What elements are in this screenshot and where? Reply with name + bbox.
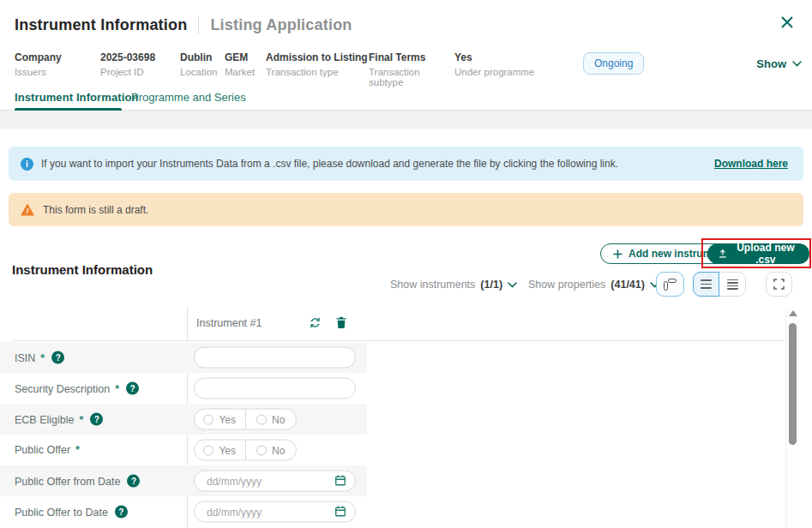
required-marker: * <box>75 444 80 456</box>
radio-icon <box>203 445 214 455</box>
modal-header: Instrument Information Listing Applicati… <box>15 16 352 34</box>
vertical-scrollbar[interactable] <box>785 307 798 528</box>
help-icon[interactable]: ? <box>90 413 103 426</box>
chevron-down-icon <box>508 282 517 288</box>
calendar-icon[interactable] <box>334 475 346 487</box>
security-description-cell <box>194 378 356 399</box>
meta-issuers: Company Issuers <box>15 51 100 77</box>
row-label-isin: ISIN * ? <box>15 351 64 364</box>
meta-value: 2025-03698 <box>100 51 180 63</box>
ecb-eligible-yes-option[interactable]: Yes <box>195 410 245 429</box>
isin-input[interactable] <box>194 347 356 369</box>
meta-project-id: 2025-03698 Project ID <box>100 51 180 77</box>
meta-label: Location <box>180 67 225 77</box>
plus-icon <box>613 249 623 259</box>
tab-programme-and-series[interactable]: Programme and Series <box>131 91 246 104</box>
show-properties-dropdown[interactable]: Show properties (41/41) <box>528 279 659 291</box>
field-label: Public Offer to Date <box>15 506 108 518</box>
info-banner-text: If you want to import your Instruments D… <box>41 158 618 170</box>
info-icon: i <box>21 158 33 171</box>
help-icon[interactable]: ? <box>115 506 128 519</box>
warning-banner-text: This form is still a draft. <box>43 204 148 216</box>
public-offer-from-date-input[interactable] <box>194 471 356 492</box>
row-label-public-offer: Public Offer * <box>15 444 80 456</box>
reset-instrument-icon[interactable] <box>309 316 322 330</box>
table-header-border <box>12 340 785 341</box>
radio-icon <box>203 414 214 424</box>
help-icon[interactable]: ? <box>127 475 140 488</box>
table-row: Security Description * ? <box>0 373 367 404</box>
help-icon[interactable]: ? <box>126 382 139 395</box>
show-dropdown-label: Show <box>756 57 786 70</box>
meta-value: Dublin <box>180 51 225 63</box>
public-offer-to-date-cell <box>194 501 356 523</box>
meta-label: Under programme <box>454 67 549 77</box>
isin-cell <box>194 347 356 369</box>
close-icon[interactable] <box>779 14 796 31</box>
meta-label: Transaction type <box>266 67 369 77</box>
show-instruments-count: (1/1) <box>480 279 502 291</box>
public-offer-cell: Yes No <box>194 440 297 461</box>
help-icon[interactable]: ? <box>51 351 64 364</box>
table-row: ECB Eligible * ? Yes No <box>0 404 367 435</box>
upload-icon <box>719 249 727 259</box>
annotation-highlight-box: Upload new .csv <box>701 238 811 268</box>
tab-instrument-information[interactable]: Instrument Information <box>15 91 138 104</box>
meta-value: Final Terms <box>369 51 454 63</box>
no-option-label: No <box>272 413 285 425</box>
meta-transaction-type: Admission to Listing Transaction type <box>266 51 369 77</box>
show-instruments-label: Show instruments <box>390 279 475 291</box>
page-subtitle: Listing Application <box>210 16 352 34</box>
warning-icon: ! <box>21 204 34 216</box>
ecb-eligible-toggle: Yes No <box>194 409 297 430</box>
table-row: ISIN * ? <box>0 342 367 373</box>
fullscreen-button[interactable] <box>766 272 792 297</box>
density-toggle-group <box>693 272 746 297</box>
required-marker: * <box>40 351 45 363</box>
table-row: Public Offer * Yes No <box>0 435 367 465</box>
public-offer-yes-option[interactable]: Yes <box>195 441 245 460</box>
meta-value: Company <box>15 51 100 63</box>
compact-density-button[interactable] <box>719 272 746 297</box>
delete-instrument-icon[interactable] <box>335 316 349 330</box>
show-dropdown[interactable]: Show <box>756 57 802 70</box>
field-label: Security Description <box>15 382 110 394</box>
transpose-icon <box>664 279 677 291</box>
row-label-security-description: Security Description * ? <box>15 382 139 395</box>
no-option-label: No <box>272 444 285 456</box>
ecb-eligible-no-option[interactable]: No <box>245 410 297 429</box>
upload-new-csv-button[interactable]: Upload new .csv <box>707 243 809 264</box>
calendar-icon[interactable] <box>334 506 346 518</box>
page-title: Instrument Information <box>15 16 187 34</box>
meta-value: Admission to Listing <box>266 51 369 63</box>
scroll-up-arrow-icon[interactable] <box>789 310 797 316</box>
table-row: Public Offer to Date ? <box>0 496 367 527</box>
yes-option-label: Yes <box>219 444 236 456</box>
public-offer-toggle: Yes No <box>194 440 297 461</box>
public-offer-to-date-input[interactable] <box>194 501 356 523</box>
table-row: Public Offer from Date ? <box>0 465 367 496</box>
public-offer-from-date-cell <box>194 471 356 492</box>
tab-bar: Instrument Information Programme and Ser… <box>0 91 812 111</box>
row-label-public-offer-from-date: Public Offer from Date ? <box>15 475 140 488</box>
instrument-column-header: Instrument #1 <box>196 317 262 329</box>
public-offer-no-option[interactable]: No <box>245 441 297 460</box>
upload-new-csv-label: Upload new .csv <box>733 242 798 266</box>
field-label: Public Offer <box>15 444 70 456</box>
transpose-view-button[interactable] <box>656 272 684 297</box>
radio-icon <box>256 445 267 455</box>
download-here-link[interactable]: Download here <box>714 158 788 170</box>
row-label-ecb-eligible: ECB Eligible * ? <box>15 413 103 426</box>
ecb-eligible-cell: Yes No <box>194 409 297 430</box>
scrollbar-thumb[interactable] <box>789 323 797 445</box>
security-description-input[interactable] <box>194 378 356 399</box>
meta-label: Issuers <box>15 67 100 77</box>
meta-label: Transaction subtype <box>369 67 454 87</box>
csv-info-banner: i If you want to import your Instruments… <box>9 147 803 181</box>
meta-value: Yes <box>454 51 549 63</box>
meta-label: Project ID <box>100 67 180 77</box>
show-instruments-dropdown[interactable]: Show instruments (1/1) <box>390 279 517 291</box>
required-marker: * <box>79 413 83 425</box>
comfortable-density-button[interactable] <box>693 272 719 297</box>
row-label-public-offer-to-date: Public Offer to Date ? <box>15 506 128 519</box>
